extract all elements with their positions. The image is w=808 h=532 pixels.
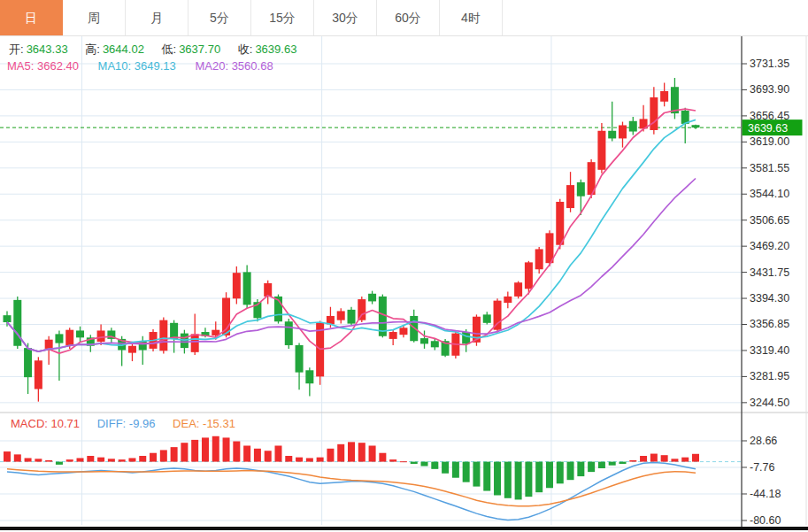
svg-text:-44.18: -44.18 [750,488,781,500]
ma20-value: 3560.68 [232,59,273,73]
ma5-label: MA5: [7,59,34,73]
dea-value: -15.31 [203,417,235,430]
low-value: 3637.70 [179,42,220,56]
tab-4hour[interactable]: 4时 [440,0,503,35]
diff-value: -9.96 [129,417,156,430]
high-label: 高: [85,42,100,56]
svg-text:3319.40: 3319.40 [750,344,789,357]
tab-15min[interactable]: 15分 [251,0,314,35]
svg-text:-7.76: -7.76 [750,461,775,474]
tab-30min[interactable]: 30分 [314,0,377,35]
svg-text:-80.60: -80.60 [750,514,781,527]
ma20-label: MA20: [195,59,228,73]
trading-chart-app: 日 周 月 5分 15分 30分 60分 4时 3731.353693.9036… [0,0,808,532]
svg-text:3431.75: 3431.75 [750,266,789,279]
close-label: 收: [238,42,253,56]
svg-text:3731.35: 3731.35 [750,58,789,70]
svg-text:3693.90: 3693.90 [750,83,789,96]
svg-text:3544.10: 3544.10 [750,188,789,200]
close-value: 3639.63 [255,42,296,56]
ma10-label: MA10: [98,59,132,73]
interval-tab-bar: 日 周 月 5分 15分 30分 60分 4时 [0,0,808,36]
chart-canvas[interactable]: 3731.353693.903656.453619.003581.553544.… [0,0,808,532]
svg-text:3244.50: 3244.50 [750,397,789,409]
open-value: 3643.33 [27,42,68,56]
tab-week[interactable]: 周 [63,0,126,35]
tab-5min[interactable]: 5分 [189,0,251,35]
dea-label: DEA: [173,417,199,430]
ma10-value: 3649.13 [135,59,176,73]
ma5-value: 3662.40 [37,59,79,73]
ohlc-readout: 开:3643.33 高:3644.02 低:3637.70 收:3639.63 [9,42,311,58]
svg-text:3356.85: 3356.85 [750,318,789,330]
diff-label: DIFF: [97,417,127,430]
svg-text:3281.95: 3281.95 [750,370,789,382]
svg-text:3506.65: 3506.65 [750,214,789,227]
high-value: 3644.02 [103,42,144,56]
tab-month[interactable]: 月 [126,0,189,35]
tab-60min[interactable]: 60分 [377,0,440,35]
low-label: 低: [162,42,177,56]
macd-label: MACD: [11,417,48,430]
ma-readout: MA5: 3662.40 MA10: 3649.13 MA20: 3560.68 [7,59,289,73]
svg-text:3469.20: 3469.20 [750,240,789,252]
macd-readout: MACD: 10.71 DIFF: -9.96 DEA: -15.31 [11,417,250,430]
svg-text:3639.63: 3639.63 [748,122,788,135]
svg-text:28.66: 28.66 [750,435,777,447]
macd-value: 10.71 [51,417,81,430]
tab-day[interactable]: 日 [0,0,63,35]
svg-text:3581.55: 3581.55 [750,162,789,174]
svg-text:3619.00: 3619.00 [750,135,789,148]
open-label: 开: [9,42,24,56]
svg-text:3394.30: 3394.30 [750,292,789,305]
